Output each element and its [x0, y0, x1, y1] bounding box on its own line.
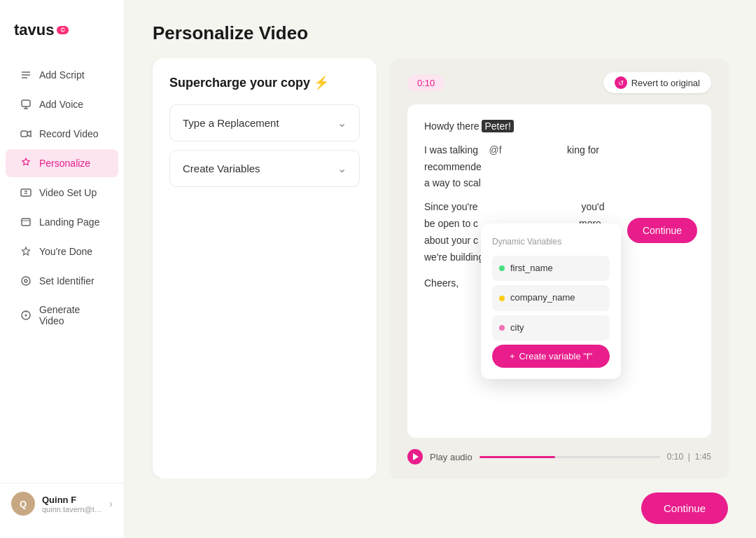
play-icon [413, 453, 419, 460]
done-icon [20, 245, 32, 258]
svg-rect-7 [21, 189, 31, 196]
user-info: Quinn F quinn.tavern@tavus.io [42, 495, 102, 513]
revert-label: Revert to original [631, 78, 700, 88]
dynamic-variables-dropdown: Dynamic Variables first_name company_nam… [481, 223, 621, 379]
email-greeting: Howdy there Peter! [424, 118, 694, 135]
svg-rect-10 [22, 219, 30, 226]
sidebar-item-label: Generate Video [39, 304, 104, 326]
sidebar: tavus © Add Script Add Voice Record Vide… [0, 0, 125, 538]
sidebar-item-label: Add Voice [39, 99, 83, 110]
sidebar-item-youre-done[interactable]: You're Done [6, 237, 118, 265]
sidebar-item-label: You're Done [39, 246, 92, 257]
dropdown-title: Dynamic Variables [492, 235, 610, 249]
main-header: Personalize Video [125, 0, 756, 58]
chevron-right-icon: › [109, 498, 113, 509]
sidebar-item-set-identifier[interactable]: Set Identifier [6, 267, 118, 295]
create-variables-accordion[interactable]: Create Variables ⌄ [169, 150, 360, 187]
email-body4: Since you're you'd [424, 199, 694, 216]
sidebar-item-label: Video Set Up [39, 187, 97, 198]
add-script-icon [20, 69, 32, 81]
audio-progress-fill [479, 456, 555, 458]
panel-heading: Supercharge your copy ⚡ [169, 75, 360, 90]
variable-first-name[interactable]: first_name [492, 256, 610, 281]
sidebar-item-label: Record Video [39, 128, 99, 139]
greeting-text: Howdy there [424, 120, 482, 132]
highlighted-name: Peter! [482, 120, 513, 132]
variable-company-name[interactable]: company_name [492, 285, 610, 310]
sidebar-item-label: Add Script [39, 69, 85, 81]
email-body3: a way to scal [424, 175, 694, 192]
svg-rect-6 [21, 131, 27, 137]
email-body2: recommende [424, 159, 694, 176]
main-content: Personalize Video Supercharge your copy … [125, 0, 756, 538]
svg-marker-12 [22, 247, 30, 255]
record-video-icon [20, 127, 32, 140]
email-content: Howdy there Peter! I was talking @f king… [407, 104, 711, 438]
continue-button-main[interactable]: Continue [641, 492, 728, 524]
dot-pink-icon [499, 325, 505, 331]
user-name: Quinn F [42, 495, 102, 505]
avatar: Q [11, 492, 35, 516]
main-body: Supercharge your copy ⚡ Type a Replaceme… [125, 58, 756, 478]
identifier-icon [20, 275, 32, 287]
sidebar-item-label: Personalize [39, 158, 90, 169]
timestamp-badge: 0:10 [407, 75, 444, 91]
revert-button[interactable]: ↺ Revert to original [603, 72, 711, 93]
variable-label: first_name [510, 261, 553, 276]
sidebar-item-label: Set Identifier [39, 275, 94, 287]
continue-button-email[interactable]: Continue [627, 218, 697, 243]
create-variable-label: Create variable "f" [519, 351, 592, 361]
page-title: Personalize Video [153, 22, 728, 44]
logo-text: tavus [14, 21, 54, 39]
right-panel-header: 0:10 ↺ Revert to original [407, 72, 711, 93]
play-button[interactable] [407, 449, 423, 464]
sidebar-item-add-script[interactable]: Add Script [6, 61, 118, 89]
chevron-down-icon: ⌄ [337, 162, 346, 175]
generate-video-icon [20, 309, 32, 322]
landing-page-icon [20, 216, 32, 228]
create-variable-button[interactable]: + Create variable "f" [492, 345, 610, 368]
svg-point-16 [25, 315, 27, 317]
sidebar-item-record-video[interactable]: Record Video [6, 120, 118, 148]
variable-label: company_name [510, 290, 575, 305]
user-email: quinn.tavern@tavus.io [42, 505, 102, 513]
add-voice-icon [20, 98, 32, 111]
revert-icon: ↺ [615, 76, 627, 89]
dot-green-icon [499, 265, 505, 271]
variable-label: city [510, 320, 524, 336]
play-label: Play audio [430, 452, 472, 462]
video-setup-icon [20, 186, 32, 199]
right-panel: 0:10 ↺ Revert to original Howdy there Pe… [391, 58, 728, 478]
variable-city[interactable]: city [492, 315, 610, 340]
user-profile[interactable]: Q Quinn F quinn.tavern@tavus.io › [0, 483, 124, 524]
svg-rect-3 [22, 100, 30, 106]
chevron-down-icon: ⌄ [337, 116, 346, 130]
svg-point-14 [24, 280, 27, 282]
bottom-bar: Continue [125, 478, 756, 538]
type-replacement-accordion[interactable]: Type a Replacement ⌄ [169, 104, 360, 142]
sidebar-item-add-voice[interactable]: Add Voice [6, 90, 118, 118]
sidebar-item-personalize[interactable]: Personalize [6, 149, 118, 177]
at-mention: @f [489, 144, 502, 156]
svg-point-13 [22, 277, 30, 285]
left-panel: Supercharge your copy ⚡ Type a Replaceme… [153, 58, 377, 478]
sidebar-nav: Add Script Add Voice Record Video Person… [0, 60, 124, 483]
dot-yellow-icon [499, 296, 505, 301]
personalize-icon [20, 157, 32, 170]
accordion-label: Create Variables [183, 163, 260, 174]
audio-progress-bar[interactable] [479, 456, 660, 458]
sidebar-item-landing-page[interactable]: Landing Page [6, 208, 118, 236]
email-body1: I was talking @f king for [424, 142, 694, 159]
sidebar-item-generate-video[interactable]: Generate Video [6, 296, 118, 334]
plus-icon: + [510, 351, 515, 361]
audio-player: Play audio 0:10 | 1:45 [407, 449, 711, 464]
logo-badge: © [57, 26, 69, 34]
sidebar-item-video-set-up[interactable]: Video Set Up [6, 179, 118, 207]
sidebar-item-label: Landing Page [39, 216, 99, 228]
audio-time: 0:10 | 1:45 [667, 452, 711, 462]
logo: tavus © [0, 14, 124, 60]
accordion-label: Type a Replacement [183, 117, 279, 129]
